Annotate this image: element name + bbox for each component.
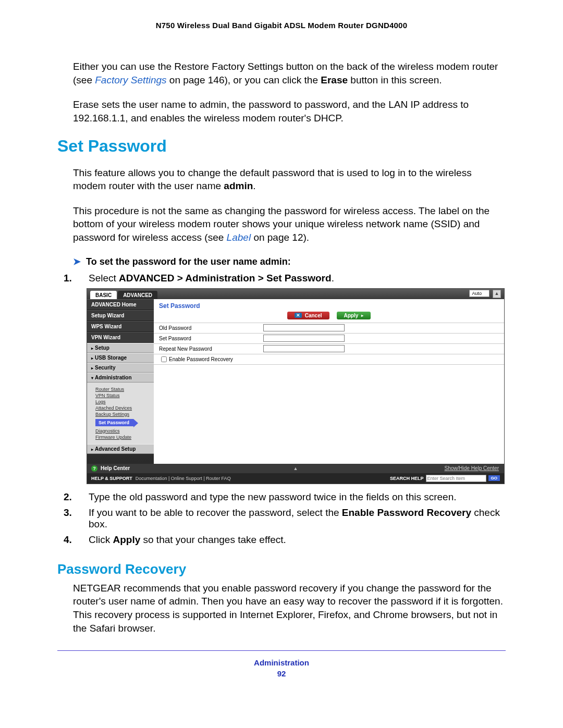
content-area: Set Password ✕Cancel Apply▸ Old Password… [154, 299, 504, 464]
step-number: 2. [76, 491, 89, 503]
factory-settings-link[interactable]: Factory Settings [95, 75, 166, 85]
show-hide-help-link[interactable]: Show/Hide Help Center [445, 465, 499, 471]
enable-recovery-checkbox[interactable] [161, 356, 167, 362]
text: on page 12). [251, 232, 309, 243]
step-number: 3. [76, 507, 89, 519]
triangle-icon: ▸ [91, 447, 93, 452]
apply-bold: Apply [113, 534, 140, 545]
support-bar: HELP & SUPPORT Documentation | Online Su… [87, 473, 504, 484]
arrow-icon: ➤ [73, 256, 81, 267]
document-header: N750 Wireless Dual Band Gigabit ADSL Mod… [57, 21, 506, 30]
label: Apply [344, 313, 359, 318]
text: Type the old password and type the new p… [89, 491, 457, 502]
label: Cancel [305, 313, 322, 318]
text: This feature allows you to change the de… [73, 167, 472, 192]
text: . [332, 273, 334, 283]
triangle-icon: ▸ [91, 366, 93, 371]
admin-logs[interactable]: Logs [95, 399, 154, 404]
old-password-input[interactable] [263, 324, 345, 331]
triangle-icon: ▸ [91, 356, 93, 361]
password-recovery-p1: NETGEAR recommends that you enable passw… [73, 582, 506, 635]
cancel-button[interactable]: ✕Cancel [287, 312, 329, 319]
admin-bold: admin [224, 180, 253, 191]
step-number: 1. [76, 273, 89, 284]
sidebar-item-setup-wizard[interactable]: Setup Wizard [87, 310, 154, 321]
path-bold: ADVANCED > Administration > Set Password [119, 273, 332, 283]
footer-page-number: 92 [57, 669, 506, 678]
tab-basic[interactable]: BASIC [90, 291, 117, 299]
auto-dropdown[interactable]: Auto [469, 290, 489, 297]
label: Setup [95, 345, 109, 351]
task-line: ➤To set the password for the user name a… [73, 256, 506, 267]
admin-diagnostics[interactable]: Diagnostics [95, 428, 154, 434]
admin-firmware-update[interactable]: Firmware Update [95, 435, 154, 440]
search-help-input[interactable] [426, 475, 486, 482]
task-text: To set the password for the user name ad… [86, 256, 291, 267]
password-recovery-heading: Password Recovery [57, 561, 506, 577]
sidebar: ADVANCED Home Setup Wizard WPS Wizard VP… [87, 299, 154, 464]
tab-advanced[interactable]: ADVANCED [118, 291, 157, 299]
label: USB Storage [95, 355, 127, 361]
text: If you want to be able to recover the pa… [89, 507, 342, 518]
set-password-p1: This feature allows you to change the de… [73, 166, 506, 193]
set-password-label: Set Password [159, 336, 263, 341]
sidebar-sub-usb[interactable]: ▸USB Storage [87, 353, 154, 363]
sidebar-sub-setup[interactable]: ▸Setup [87, 343, 154, 353]
triangle-icon: ▸ [91, 346, 93, 351]
enable-recovery-row: Enable Password Recovery [154, 354, 504, 365]
scroll-up-icon[interactable]: ▲ [493, 290, 501, 298]
go-button[interactable]: GO [488, 475, 500, 481]
text: . [253, 180, 255, 191]
sidebar-item-advanced-home[interactable]: ADVANCED Home [87, 299, 154, 310]
footer-rule [57, 650, 506, 651]
sidebar-item-wps-wizard[interactable]: WPS Wizard [87, 321, 154, 332]
help-support-label: HELP & SUPPORT [91, 476, 132, 481]
help-center-label[interactable]: Help Center [101, 465, 130, 471]
set-password-p2: This procedure is not the same as changi… [73, 204, 506, 244]
help-bar: ? Help Center ▲ Show/Hide Help Center [87, 464, 504, 473]
sidebar-item-vpn-wizard[interactable]: VPN Wizard [87, 332, 154, 343]
sidebar-sub-security[interactable]: ▸Security [87, 363, 154, 373]
set-password-row: Set Password [154, 333, 504, 343]
router-ui-screenshot: BASIC ADVANCED Auto ▲ ADVANCED Home Setu… [87, 288, 505, 484]
label: Administration [95, 375, 132, 380]
admin-attached-devices[interactable]: Attached Devices [95, 405, 154, 411]
step-4: 4.Click Apply so that your changes take … [89, 534, 506, 546]
text: on page 146), or you can click the [167, 75, 321, 85]
support-links[interactable]: Documentation | Online Support | Router … [136, 476, 231, 481]
set-password-input[interactable] [263, 335, 345, 342]
admin-router-status[interactable]: Router Status [95, 387, 154, 392]
triangle-icon: ▸ [361, 313, 363, 318]
text: button in this screen. [348, 75, 442, 85]
sidebar-sub-advanced-setup[interactable]: ▸Advanced Setup [87, 444, 154, 454]
admin-vpn-status[interactable]: VPN Status [95, 393, 154, 398]
sidebar-sub-administration[interactable]: ▾Administration [87, 373, 154, 382]
label-link[interactable]: Label [227, 232, 251, 243]
search-help: SEARCH HELP GO [390, 475, 500, 482]
apply-button[interactable]: Apply▸ [337, 312, 371, 319]
triangle-down-icon: ▾ [91, 376, 93, 380]
step-1: 1.Select ADVANCED > Administration > Set… [89, 273, 506, 284]
set-password-heading: Set Password [57, 137, 506, 156]
old-password-label: Old Password [159, 325, 263, 331]
intro-paragraph-2: Erase sets the user name to admin, the p… [73, 98, 506, 125]
repeat-password-input[interactable] [263, 345, 345, 352]
text: Select [89, 273, 119, 283]
step-number: 4. [76, 534, 89, 546]
chevron-up-icon[interactable]: ▲ [293, 466, 298, 471]
help-icon[interactable]: ? [91, 465, 97, 472]
tab-row: BASIC ADVANCED Auto ▲ [87, 289, 504, 299]
text: so that your changes take effect. [140, 534, 286, 545]
enable-recovery-bold: Enable Password Recovery [342, 507, 471, 518]
label: Security [95, 365, 115, 371]
search-help-label: SEARCH HELP [390, 476, 424, 481]
admin-set-password-active[interactable]: Set Password [95, 419, 133, 426]
erase-bold: Erase [321, 75, 348, 85]
content-title: Set Password [154, 299, 504, 311]
repeat-password-row: Repeat New Password [154, 343, 504, 354]
label: Advanced Setup [95, 446, 136, 452]
close-icon: ✕ [295, 313, 302, 318]
intro-paragraph-1: Either you can use the Restore Factory S… [73, 60, 506, 87]
admin-backup-settings[interactable]: Backup Settings [95, 412, 154, 417]
text: Click [89, 534, 113, 545]
